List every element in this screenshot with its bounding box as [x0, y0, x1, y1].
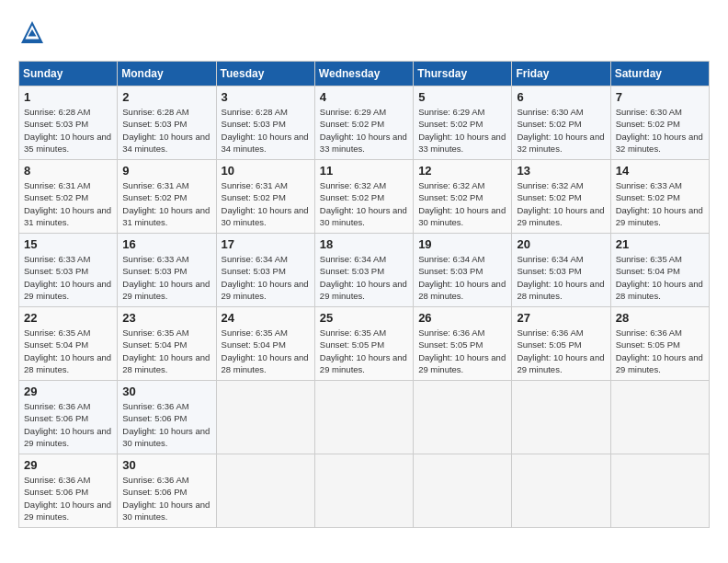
- calendar-cell-5-2: [216, 454, 314, 528]
- day-number: 24: [222, 311, 310, 325]
- calendar-cell-0-4: 5Sunrise: 6:29 AMSunset: 5:02 PMDaylight…: [414, 86, 512, 160]
- day-info: Sunrise: 6:36 AMSunset: 5:05 PMDaylight:…: [616, 327, 704, 375]
- calendar-cell-3-3: 25Sunrise: 6:35 AMSunset: 5:05 PMDayligh…: [314, 307, 413, 381]
- col-header-friday: Friday: [512, 62, 610, 86]
- calendar-cell-3-1: 23Sunrise: 6:35 AMSunset: 5:04 PMDayligh…: [118, 307, 216, 381]
- calendar-row-1: 8Sunrise: 6:31 AMSunset: 5:02 PMDaylight…: [19, 160, 710, 234]
- col-header-monday: Monday: [118, 62, 216, 86]
- calendar-cell-0-5: 6Sunrise: 6:30 AMSunset: 5:02 PMDaylight…: [512, 86, 610, 160]
- calendar-row-5: 29Sunrise: 6:36 AMSunset: 5:06 PMDayligh…: [19, 454, 710, 528]
- calendar-cell-1-6: 14Sunrise: 6:33 AMSunset: 5:02 PMDayligh…: [610, 160, 709, 234]
- calendar-cell-3-2: 24Sunrise: 6:35 AMSunset: 5:04 PMDayligh…: [216, 307, 314, 381]
- day-number: 23: [122, 311, 210, 325]
- day-number: 18: [320, 237, 408, 251]
- day-info: Sunrise: 6:35 AMSunset: 5:04 PMDaylight:…: [24, 327, 112, 375]
- day-number: 16: [122, 237, 210, 251]
- col-header-wednesday: Wednesday: [314, 62, 413, 86]
- day-info: Sunrise: 6:35 AMSunset: 5:04 PMDaylight:…: [222, 327, 310, 375]
- calendar-cell-5-3: [314, 454, 413, 528]
- calendar-cell-2-6: 21Sunrise: 6:35 AMSunset: 5:04 PMDayligh…: [610, 234, 709, 307]
- day-info: Sunrise: 6:33 AMSunset: 5:03 PMDaylight:…: [24, 253, 112, 302]
- calendar-cell-4-6: [610, 381, 709, 454]
- day-info: Sunrise: 6:32 AMSunset: 5:02 PMDaylight:…: [517, 179, 605, 228]
- calendar-cell-3-6: 28Sunrise: 6:36 AMSunset: 5:05 PMDayligh…: [610, 307, 709, 381]
- day-number: 3: [222, 90, 310, 104]
- calendar-cell-5-5: [512, 454, 610, 528]
- day-info: Sunrise: 6:35 AMSunset: 5:04 PMDaylight:…: [616, 253, 704, 302]
- calendar-cell-5-6: [610, 454, 709, 528]
- calendar-cell-0-2: 3Sunrise: 6:28 AMSunset: 5:03 PMDaylight…: [216, 86, 314, 160]
- calendar-cell-2-4: 19Sunrise: 6:34 AMSunset: 5:03 PMDayligh…: [414, 234, 512, 307]
- col-header-saturday: Saturday: [610, 62, 709, 86]
- col-header-sunday: Sunday: [19, 62, 118, 86]
- calendar-cell-1-5: 13Sunrise: 6:32 AMSunset: 5:02 PMDayligh…: [512, 160, 610, 234]
- day-number: 27: [517, 311, 605, 325]
- day-number: 8: [24, 164, 112, 178]
- day-info: Sunrise: 6:28 AMSunset: 5:03 PMDaylight:…: [122, 106, 210, 155]
- day-info: Sunrise: 6:31 AMSunset: 5:02 PMDaylight:…: [24, 179, 112, 228]
- calendar-cell-2-0: 15Sunrise: 6:33 AMSunset: 5:03 PMDayligh…: [19, 234, 118, 307]
- calendar-cell-2-2: 17Sunrise: 6:34 AMSunset: 5:03 PMDayligh…: [216, 234, 314, 307]
- day-info: Sunrise: 6:34 AMSunset: 5:03 PMDaylight:…: [418, 253, 506, 302]
- calendar-cell-0-3: 4Sunrise: 6:29 AMSunset: 5:02 PMDaylight…: [314, 86, 413, 160]
- day-number: 15: [24, 237, 112, 251]
- calendar-cell-4-3: [314, 381, 413, 454]
- calendar-cell-1-2: 10Sunrise: 6:31 AMSunset: 5:02 PMDayligh…: [216, 160, 314, 234]
- calendar-cell-0-0: 1Sunrise: 6:28 AMSunset: 5:03 PMDaylight…: [19, 86, 118, 160]
- day-number: 11: [320, 164, 408, 178]
- day-info: Sunrise: 6:34 AMSunset: 5:03 PMDaylight:…: [222, 253, 310, 302]
- col-header-tuesday: Tuesday: [216, 62, 314, 86]
- calendar-cell-5-1: 30Sunrise: 6:36 AMSunset: 5:06 PMDayligh…: [118, 454, 216, 528]
- day-number: 19: [418, 237, 506, 251]
- calendar-cell-3-0: 22Sunrise: 6:35 AMSunset: 5:04 PMDayligh…: [19, 307, 118, 381]
- day-info: Sunrise: 6:36 AMSunset: 5:06 PMDaylight:…: [122, 400, 210, 449]
- day-info: Sunrise: 6:35 AMSunset: 5:05 PMDaylight:…: [320, 327, 408, 375]
- day-info: Sunrise: 6:35 AMSunset: 5:04 PMDaylight:…: [122, 327, 210, 375]
- day-number: 9: [122, 164, 210, 178]
- day-info: Sunrise: 6:36 AMSunset: 5:05 PMDaylight:…: [517, 327, 605, 375]
- day-info: Sunrise: 6:33 AMSunset: 5:02 PMDaylight:…: [616, 179, 704, 228]
- calendar-row-3: 22Sunrise: 6:35 AMSunset: 5:04 PMDayligh…: [19, 307, 710, 381]
- calendar-cell-1-3: 11Sunrise: 6:32 AMSunset: 5:02 PMDayligh…: [314, 160, 413, 234]
- day-info: Sunrise: 6:28 AMSunset: 5:03 PMDaylight:…: [24, 106, 112, 155]
- day-number: 26: [418, 311, 506, 325]
- calendar-cell-4-5: [512, 381, 610, 454]
- header-row: SundayMondayTuesdayWednesdayThursdayFrid…: [19, 62, 710, 86]
- day-info: Sunrise: 6:36 AMSunset: 5:06 PMDaylight:…: [24, 474, 112, 523]
- calendar-cell-1-4: 12Sunrise: 6:32 AMSunset: 5:02 PMDayligh…: [414, 160, 512, 234]
- day-number: 21: [616, 237, 704, 251]
- day-info: Sunrise: 6:32 AMSunset: 5:02 PMDaylight:…: [418, 179, 506, 228]
- day-info: Sunrise: 6:30 AMSunset: 5:02 PMDaylight:…: [616, 106, 704, 155]
- calendar-cell-0-1: 2Sunrise: 6:28 AMSunset: 5:03 PMDaylight…: [118, 86, 216, 160]
- day-info: Sunrise: 6:33 AMSunset: 5:03 PMDaylight:…: [122, 253, 210, 302]
- day-number: 4: [320, 90, 408, 104]
- day-number: 30: [122, 458, 210, 472]
- day-info: Sunrise: 6:29 AMSunset: 5:02 PMDaylight:…: [418, 106, 506, 155]
- day-number: 29: [24, 385, 112, 398]
- day-info: Sunrise: 6:30 AMSunset: 5:02 PMDaylight:…: [517, 106, 605, 155]
- day-number: 10: [222, 164, 310, 178]
- calendar-cell-2-3: 18Sunrise: 6:34 AMSunset: 5:03 PMDayligh…: [314, 234, 413, 307]
- day-number: 12: [418, 164, 506, 178]
- col-header-thursday: Thursday: [414, 62, 512, 86]
- calendar-cell-3-5: 27Sunrise: 6:36 AMSunset: 5:05 PMDayligh…: [512, 307, 610, 381]
- day-number: 30: [122, 385, 210, 398]
- day-number: 5: [418, 90, 506, 104]
- day-number: 25: [320, 311, 408, 325]
- calendar-cell-4-4: [414, 381, 512, 454]
- calendar-cell-3-4: 26Sunrise: 6:36 AMSunset: 5:05 PMDayligh…: [414, 307, 512, 381]
- calendar-row-2: 15Sunrise: 6:33 AMSunset: 5:03 PMDayligh…: [19, 234, 710, 307]
- calendar-row-4: 29Sunrise: 6:36 AMSunset: 5:06 PMDayligh…: [19, 381, 710, 454]
- calendar-cell-0-6: 7Sunrise: 6:30 AMSunset: 5:02 PMDaylight…: [610, 86, 709, 160]
- day-info: Sunrise: 6:32 AMSunset: 5:02 PMDaylight:…: [320, 179, 408, 228]
- calendar-table: SundayMondayTuesdayWednesdayThursdayFrid…: [18, 61, 710, 528]
- calendar-cell-4-0: 29Sunrise: 6:36 AMSunset: 5:06 PMDayligh…: [19, 381, 118, 454]
- day-info: Sunrise: 6:29 AMSunset: 5:02 PMDaylight:…: [320, 106, 408, 155]
- day-number: 22: [24, 311, 112, 325]
- day-info: Sunrise: 6:36 AMSunset: 5:06 PMDaylight:…: [24, 400, 112, 449]
- day-number: 2: [122, 90, 210, 104]
- logo: [18, 18, 50, 46]
- day-number: 13: [517, 164, 605, 178]
- calendar-cell-5-4: [414, 454, 512, 528]
- calendar-cell-4-2: [216, 381, 314, 454]
